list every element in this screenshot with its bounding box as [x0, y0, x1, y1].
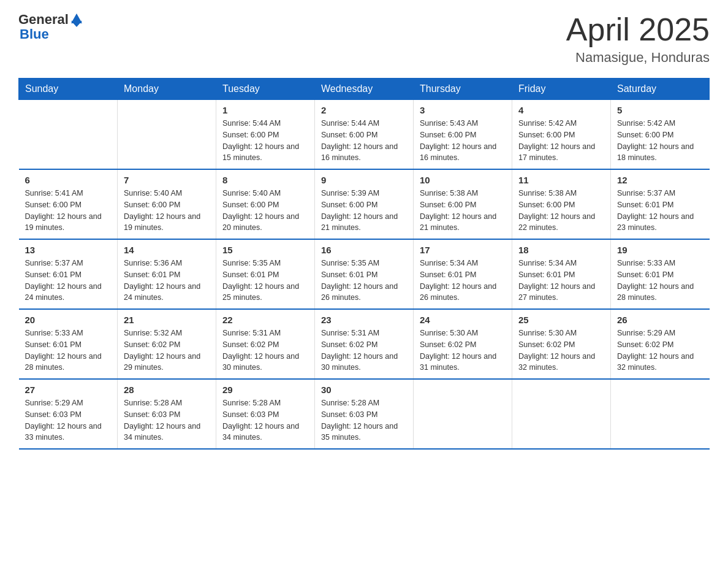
day-info: Sunrise: 5:29 AMSunset: 6:02 PMDaylight:…: [617, 327, 703, 373]
table-row: 11Sunrise: 5:38 AMSunset: 6:00 PMDayligh…: [512, 169, 611, 239]
header-sunday: Sunday: [19, 79, 118, 100]
day-number: 7: [124, 175, 210, 185]
day-number: 15: [222, 245, 308, 255]
day-number: 1: [222, 105, 308, 115]
table-row: 19Sunrise: 5:33 AMSunset: 6:01 PMDayligh…: [611, 239, 710, 309]
day-info: Sunrise: 5:34 AMSunset: 6:01 PMDaylight:…: [518, 258, 604, 304]
day-info: Sunrise: 5:30 AMSunset: 6:02 PMDaylight:…: [518, 327, 604, 373]
day-number: 27: [25, 385, 112, 395]
day-info: Sunrise: 5:37 AMSunset: 6:01 PMDaylight:…: [617, 188, 703, 234]
day-info: Sunrise: 5:39 AMSunset: 6:00 PMDaylight:…: [321, 188, 407, 234]
table-row: 7Sunrise: 5:40 AMSunset: 6:00 PMDaylight…: [118, 169, 216, 239]
table-row: 24Sunrise: 5:30 AMSunset: 6:02 PMDayligh…: [414, 309, 512, 379]
day-number: 14: [124, 245, 210, 255]
header-saturday: Saturday: [611, 79, 710, 100]
table-row: 27Sunrise: 5:29 AMSunset: 6:03 PMDayligh…: [19, 379, 118, 449]
logo-general-text: General: [18, 12, 69, 27]
table-row: 10Sunrise: 5:38 AMSunset: 6:00 PMDayligh…: [414, 169, 512, 239]
table-row: 4Sunrise: 5:42 AMSunset: 6:00 PMDaylight…: [512, 100, 611, 170]
day-info: Sunrise: 5:31 AMSunset: 6:02 PMDaylight:…: [222, 327, 308, 373]
header-tuesday: Tuesday: [216, 79, 315, 100]
table-row: 15Sunrise: 5:35 AMSunset: 6:01 PMDayligh…: [216, 239, 315, 309]
day-number: 24: [420, 315, 506, 325]
header-friday: Friday: [512, 79, 611, 100]
day-number: 29: [222, 385, 308, 395]
day-info: Sunrise: 5:35 AMSunset: 6:01 PMDaylight:…: [321, 258, 407, 304]
table-row: 5Sunrise: 5:42 AMSunset: 6:00 PMDaylight…: [611, 100, 710, 170]
day-info: Sunrise: 5:44 AMSunset: 6:00 PMDaylight:…: [321, 118, 407, 164]
header-thursday: Thursday: [414, 79, 512, 100]
table-row: 6Sunrise: 5:41 AMSunset: 6:00 PMDaylight…: [19, 169, 118, 239]
table-row: 20Sunrise: 5:33 AMSunset: 6:01 PMDayligh…: [19, 309, 118, 379]
day-number: 19: [617, 245, 703, 255]
day-info: Sunrise: 5:28 AMSunset: 6:03 PMDaylight:…: [124, 397, 210, 443]
day-info: Sunrise: 5:30 AMSunset: 6:02 PMDaylight:…: [420, 327, 506, 373]
day-number: 10: [420, 175, 506, 185]
table-row: [19, 100, 118, 170]
table-row: 8Sunrise: 5:40 AMSunset: 6:00 PMDaylight…: [216, 169, 315, 239]
month-year-title: April 2025: [566, 12, 710, 47]
header-wednesday: Wednesday: [315, 79, 414, 100]
table-row: 26Sunrise: 5:29 AMSunset: 6:02 PMDayligh…: [611, 309, 710, 379]
logo-triangle-bottom: [71, 21, 82, 27]
day-number: 8: [222, 175, 308, 185]
day-number: 26: [617, 315, 703, 325]
calendar-table: Sunday Monday Tuesday Wednesday Thursday…: [18, 78, 710, 450]
table-row: 2Sunrise: 5:44 AMSunset: 6:00 PMDaylight…: [315, 100, 414, 170]
day-info: Sunrise: 5:44 AMSunset: 6:00 PMDaylight:…: [222, 118, 308, 164]
day-info: Sunrise: 5:33 AMSunset: 6:01 PMDaylight:…: [25, 327, 112, 373]
table-row: [118, 100, 216, 170]
table-row: 16Sunrise: 5:35 AMSunset: 6:01 PMDayligh…: [315, 239, 414, 309]
table-row: 30Sunrise: 5:28 AMSunset: 6:03 PMDayligh…: [315, 379, 414, 449]
table-row: 25Sunrise: 5:30 AMSunset: 6:02 PMDayligh…: [512, 309, 611, 379]
location-subtitle: Namasigue, Honduras: [566, 50, 710, 66]
header-monday: Monday: [118, 79, 216, 100]
calendar-week-row: 13Sunrise: 5:37 AMSunset: 6:01 PMDayligh…: [19, 239, 710, 309]
table-row: [414, 379, 512, 449]
day-number: 12: [617, 175, 703, 185]
table-row: 23Sunrise: 5:31 AMSunset: 6:02 PMDayligh…: [315, 309, 414, 379]
day-info: Sunrise: 5:42 AMSunset: 6:00 PMDaylight:…: [518, 118, 604, 164]
day-number: 20: [25, 315, 112, 325]
day-info: Sunrise: 5:38 AMSunset: 6:00 PMDaylight:…: [518, 188, 604, 234]
day-number: 23: [321, 315, 407, 325]
table-row: 29Sunrise: 5:28 AMSunset: 6:03 PMDayligh…: [216, 379, 315, 449]
table-row: 22Sunrise: 5:31 AMSunset: 6:02 PMDayligh…: [216, 309, 315, 379]
page-header: General Blue April 2025 Namasigue, Hondu…: [18, 12, 710, 66]
day-info: Sunrise: 5:35 AMSunset: 6:01 PMDaylight:…: [222, 258, 308, 304]
calendar-week-row: 1Sunrise: 5:44 AMSunset: 6:00 PMDaylight…: [19, 100, 710, 170]
calendar-header-row: Sunday Monday Tuesday Wednesday Thursday…: [19, 79, 710, 100]
day-number: 11: [518, 175, 604, 185]
title-area: April 2025 Namasigue, Honduras: [566, 12, 710, 66]
table-row: 28Sunrise: 5:28 AMSunset: 6:03 PMDayligh…: [118, 379, 216, 449]
calendar-week-row: 6Sunrise: 5:41 AMSunset: 6:00 PMDaylight…: [19, 169, 710, 239]
day-number: 4: [518, 105, 604, 115]
day-number: 30: [321, 385, 407, 395]
table-row: 9Sunrise: 5:39 AMSunset: 6:00 PMDaylight…: [315, 169, 414, 239]
table-row: 1Sunrise: 5:44 AMSunset: 6:00 PMDaylight…: [216, 100, 315, 170]
day-number: 16: [321, 245, 407, 255]
table-row: 17Sunrise: 5:34 AMSunset: 6:01 PMDayligh…: [414, 239, 512, 309]
day-number: 9: [321, 175, 407, 185]
calendar-week-row: 20Sunrise: 5:33 AMSunset: 6:01 PMDayligh…: [19, 309, 710, 379]
day-number: 22: [222, 315, 308, 325]
day-number: 25: [518, 315, 604, 325]
logo: General Blue: [18, 12, 82, 42]
day-info: Sunrise: 5:32 AMSunset: 6:02 PMDaylight:…: [124, 327, 210, 373]
day-number: 17: [420, 245, 506, 255]
day-number: 18: [518, 245, 604, 255]
day-number: 28: [124, 385, 210, 395]
table-row: 18Sunrise: 5:34 AMSunset: 6:01 PMDayligh…: [512, 239, 611, 309]
table-row: 12Sunrise: 5:37 AMSunset: 6:01 PMDayligh…: [611, 169, 710, 239]
day-info: Sunrise: 5:36 AMSunset: 6:01 PMDaylight:…: [124, 258, 210, 304]
day-info: Sunrise: 5:33 AMSunset: 6:01 PMDaylight:…: [617, 258, 703, 304]
table-row: 14Sunrise: 5:36 AMSunset: 6:01 PMDayligh…: [118, 239, 216, 309]
logo-blue-text: Blue: [20, 26, 49, 42]
day-info: Sunrise: 5:28 AMSunset: 6:03 PMDaylight:…: [222, 397, 308, 443]
day-info: Sunrise: 5:31 AMSunset: 6:02 PMDaylight:…: [321, 327, 407, 373]
day-info: Sunrise: 5:40 AMSunset: 6:00 PMDaylight:…: [124, 188, 210, 234]
table-row: [611, 379, 710, 449]
day-info: Sunrise: 5:41 AMSunset: 6:00 PMDaylight:…: [25, 188, 112, 234]
day-number: 5: [617, 105, 703, 115]
day-number: 6: [25, 175, 112, 185]
